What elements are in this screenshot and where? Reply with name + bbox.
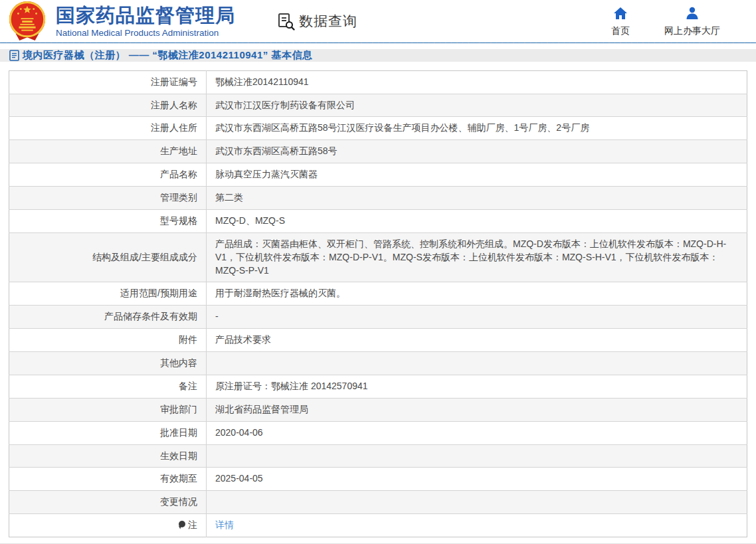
home-icon bbox=[613, 5, 628, 21]
table-wrap: 注册证编号鄂械注准20142110941注册人名称武汉市江汉医疗制药设备有限公司… bbox=[0, 62, 756, 537]
table-row: 适用范围/预期用途用于耐湿耐热医疗器械的灭菌。 bbox=[9, 282, 747, 306]
row-label-cell: 附件 bbox=[9, 329, 207, 352]
table-row: 管理类别第二类 bbox=[9, 187, 747, 210]
row-label: 其他内容 bbox=[160, 357, 197, 368]
row-label-cell: 其他内容 bbox=[9, 352, 207, 375]
row-label: 注册人名称 bbox=[151, 100, 197, 110]
row-label-cell: 生效日期 bbox=[9, 444, 207, 468]
row-label-cell: 审批部门 bbox=[9, 398, 207, 421]
table-row: 有效期至2025-04-05 bbox=[9, 468, 747, 491]
row-label-cell: 批准日期 bbox=[9, 421, 207, 444]
row-label-cell: 注册证编号 bbox=[9, 70, 207, 94]
page-title-bar: 境内医疗器械（注册） —— “鄂械注准20142110941” 基本信息 bbox=[0, 49, 756, 62]
page-title: 境内医疗器械（注册） —— “鄂械注准20142110941” 基本信息 bbox=[23, 49, 312, 62]
row-value-cell: 详情 bbox=[207, 514, 747, 537]
row-label-cell: 备注 bbox=[9, 375, 207, 398]
user-icon bbox=[684, 5, 700, 21]
table-row: 生产地址武汉市东西湖区高桥五路58号 bbox=[9, 140, 747, 163]
table-row: 批准日期2020-04-06 bbox=[9, 421, 747, 444]
table-row: 注册证编号鄂械注准20142110941 bbox=[9, 70, 747, 94]
nav-item-label: 网上办事大厅 bbox=[664, 25, 720, 37]
row-label: 产品储存条件及有效期 bbox=[104, 311, 197, 321]
row-label: 注册证编号 bbox=[151, 76, 197, 87]
row-label: 注 bbox=[188, 519, 197, 530]
row-label: 附件 bbox=[179, 334, 197, 345]
row-label-cell: 变更情况 bbox=[9, 491, 207, 514]
row-label-cell: 产品名称 bbox=[9, 163, 207, 187]
row-label: 生效日期 bbox=[160, 450, 197, 461]
row-label-cell: 管理类别 bbox=[9, 187, 207, 210]
row-label: 有效期至 bbox=[160, 473, 197, 484]
row-label-cell: 注册人住所 bbox=[9, 117, 207, 140]
data-query-section[interactable]: 数据查询 bbox=[276, 12, 357, 31]
row-label: 变更情况 bbox=[160, 496, 197, 507]
row-label-cell: 型号规格 bbox=[9, 209, 207, 232]
row-value: 2020-04-06 bbox=[207, 421, 747, 444]
nav-item-service-hall[interactable]: 网上办事大厅 bbox=[664, 5, 720, 37]
data-query-label: 数据查询 bbox=[299, 12, 357, 31]
row-label: 管理类别 bbox=[160, 192, 197, 203]
national-emblem-logo bbox=[7, 0, 48, 43]
table-row: 型号规格MZQ-D、MZQ-S bbox=[9, 209, 747, 232]
row-value: 产品技术要求 bbox=[207, 329, 747, 352]
row-label-cell: 结构及组成/主要组成成分 bbox=[9, 232, 207, 282]
row-value: 第二类 bbox=[207, 187, 747, 210]
table-row: 注册人住所武汉市东西湖区高桥五路58号江汉医疗设备生产项目办公楼、辅助厂房、1号… bbox=[9, 117, 747, 140]
row-label: 注册人住所 bbox=[151, 122, 197, 133]
table-row: 备注原注册证号：鄂械注准 20142570941 bbox=[9, 375, 747, 398]
row-label: 审批部门 bbox=[160, 404, 197, 414]
nav-item-label: 首页 bbox=[611, 25, 630, 37]
row-label: 适用范围/预期用途 bbox=[120, 288, 197, 298]
row-value bbox=[207, 352, 747, 375]
row-label-cell: 生产地址 bbox=[9, 140, 207, 163]
row-value: 鄂械注准20142110941 bbox=[207, 70, 747, 94]
row-value: MZQ-D、MZQ-S bbox=[207, 209, 747, 232]
site-header: 国家药品监督管理局 National Medical Products Admi… bbox=[0, 0, 756, 43]
row-label: 备注 bbox=[179, 381, 197, 391]
info-table-body: 注册证编号鄂械注准20142110941注册人名称武汉市江汉医疗制药设备有限公司… bbox=[9, 70, 747, 537]
table-row: 注册人名称武汉市江汉医疗制药设备有限公司 bbox=[9, 94, 747, 117]
table-row: 附件产品技术要求 bbox=[9, 329, 747, 352]
table-row: 产品储存条件及有效期- bbox=[9, 306, 747, 329]
data-query-icon bbox=[276, 12, 295, 31]
row-label: 生产地址 bbox=[160, 145, 197, 156]
note-bulb-icon bbox=[179, 521, 186, 529]
row-label-cell: 有效期至 bbox=[9, 468, 207, 491]
page: 国家药品监督管理局 National Medical Products Admi… bbox=[0, 0, 756, 544]
row-label: 批准日期 bbox=[160, 427, 197, 438]
row-label: 产品名称 bbox=[160, 169, 197, 179]
table-row: 结构及组成/主要组成成分产品组成：灭菌器由柜体、双开柜门、管路系统、控制系统和外… bbox=[9, 232, 747, 282]
nav-item-home[interactable]: 首页 bbox=[611, 5, 630, 37]
table-row: 产品名称脉动真空压力蒸汽灭菌器 bbox=[9, 163, 747, 187]
table-row: 审批部门湖北省药品监督管理局 bbox=[9, 398, 747, 421]
row-label: 结构及组成/主要组成成分 bbox=[92, 252, 197, 262]
row-value: - bbox=[207, 306, 747, 329]
table-row: 生效日期 bbox=[9, 444, 747, 468]
row-value: 湖北省药品监督管理局 bbox=[207, 398, 747, 421]
detail-link[interactable]: 详情 bbox=[215, 519, 234, 530]
row-value: 用于耐湿耐热医疗器械的灭菌。 bbox=[207, 282, 747, 306]
document-icon bbox=[9, 50, 19, 61]
row-value: 脉动真空压力蒸汽灭菌器 bbox=[207, 163, 747, 187]
top-nav: 首页 网上办事大厅 bbox=[611, 5, 737, 37]
row-label: 型号规格 bbox=[160, 215, 197, 226]
registration-info-table: 注册证编号鄂械注准20142110941注册人名称武汉市江汉医疗制药设备有限公司… bbox=[9, 70, 747, 537]
row-value: 武汉市东西湖区高桥五路58号 bbox=[207, 140, 747, 163]
row-value: 2025-04-05 bbox=[207, 468, 747, 491]
table-row: 注详情 bbox=[9, 514, 747, 537]
row-label-cell: 产品储存条件及有效期 bbox=[9, 306, 207, 329]
org-name-zh: 国家药品监督管理局 bbox=[56, 5, 235, 27]
row-value: 原注册证号：鄂械注准 20142570941 bbox=[207, 375, 747, 398]
org-name-en: National Medical Products Administration bbox=[56, 28, 235, 38]
row-value: 武汉市东西湖区高桥五路58号江汉医疗设备生产项目办公楼、辅助厂房、1号厂房、2号… bbox=[207, 117, 747, 140]
row-value: 武汉市江汉医疗制药设备有限公司 bbox=[207, 94, 747, 117]
row-value: 产品组成：灭菌器由柜体、双开柜门、管路系统、控制系统和外壳组成。MZQ-D发布版… bbox=[207, 232, 747, 282]
table-row: 变更情况 bbox=[9, 491, 747, 514]
row-value bbox=[207, 444, 747, 468]
row-label-cell: 注册人名称 bbox=[9, 94, 207, 117]
table-row: 其他内容 bbox=[9, 352, 747, 375]
row-label-cell: 适用范围/预期用途 bbox=[9, 282, 207, 306]
row-value bbox=[207, 491, 747, 514]
row-label-cell: 注 bbox=[9, 514, 207, 537]
brand-block: 国家药品监督管理局 National Medical Products Admi… bbox=[56, 5, 235, 38]
